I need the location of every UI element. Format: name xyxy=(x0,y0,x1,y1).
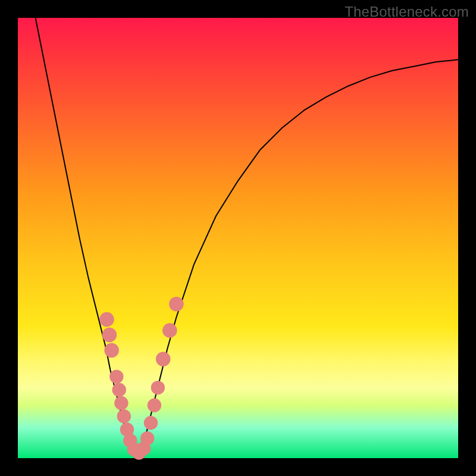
bead-point xyxy=(140,431,154,445)
bead-point xyxy=(117,409,131,423)
bead-point xyxy=(156,352,171,367)
plot-area xyxy=(18,18,458,458)
bead-point xyxy=(109,369,123,383)
bead-point xyxy=(151,381,165,394)
bead-point xyxy=(114,396,128,410)
bead-point xyxy=(104,343,119,358)
chart-svg xyxy=(18,18,458,458)
bead-point xyxy=(148,399,161,412)
bead-point xyxy=(99,312,114,327)
bead-point xyxy=(102,328,117,343)
bead-point xyxy=(144,416,158,430)
bead-group xyxy=(99,297,183,460)
bead-point xyxy=(169,297,184,312)
curve-right-branch xyxy=(137,60,458,453)
chart-frame: TheBottleneck.com xyxy=(0,0,476,476)
watermark-text: TheBottleneck.com xyxy=(345,4,469,20)
bead-point xyxy=(112,383,126,397)
bead-point xyxy=(162,323,177,338)
